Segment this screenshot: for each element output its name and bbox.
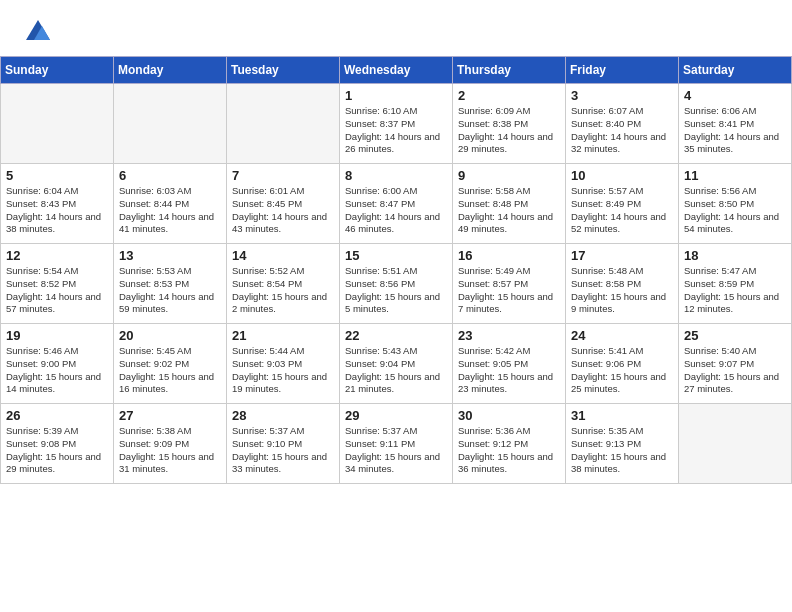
day-cell [1, 84, 114, 164]
day-cell [679, 404, 792, 484]
day-info: Sunrise: 6:03 AM Sunset: 8:44 PM Dayligh… [119, 185, 221, 236]
day-number: 8 [345, 168, 447, 183]
day-number: 5 [6, 168, 108, 183]
day-number: 21 [232, 328, 334, 343]
day-info: Sunrise: 5:44 AM Sunset: 9:03 PM Dayligh… [232, 345, 334, 396]
day-info: Sunrise: 5:45 AM Sunset: 9:02 PM Dayligh… [119, 345, 221, 396]
weekday-header-sunday: Sunday [1, 57, 114, 84]
day-number: 19 [6, 328, 108, 343]
day-info: Sunrise: 5:56 AM Sunset: 8:50 PM Dayligh… [684, 185, 786, 236]
week-row-5: 26Sunrise: 5:39 AM Sunset: 9:08 PM Dayli… [1, 404, 792, 484]
header [0, 0, 792, 56]
day-info: Sunrise: 6:07 AM Sunset: 8:40 PM Dayligh… [571, 105, 673, 156]
weekday-header-saturday: Saturday [679, 57, 792, 84]
day-number: 24 [571, 328, 673, 343]
day-cell: 6Sunrise: 6:03 AM Sunset: 8:44 PM Daylig… [114, 164, 227, 244]
day-cell: 1Sunrise: 6:10 AM Sunset: 8:37 PM Daylig… [340, 84, 453, 164]
day-number: 3 [571, 88, 673, 103]
day-number: 22 [345, 328, 447, 343]
day-cell: 3Sunrise: 6:07 AM Sunset: 8:40 PM Daylig… [566, 84, 679, 164]
weekday-header-wednesday: Wednesday [340, 57, 453, 84]
day-info: Sunrise: 5:36 AM Sunset: 9:12 PM Dayligh… [458, 425, 560, 476]
week-row-1: 1Sunrise: 6:10 AM Sunset: 8:37 PM Daylig… [1, 84, 792, 164]
day-cell: 14Sunrise: 5:52 AM Sunset: 8:54 PM Dayli… [227, 244, 340, 324]
day-cell: 21Sunrise: 5:44 AM Sunset: 9:03 PM Dayli… [227, 324, 340, 404]
calendar-table: SundayMondayTuesdayWednesdayThursdayFrid… [0, 56, 792, 484]
weekday-header-monday: Monday [114, 57, 227, 84]
day-cell: 19Sunrise: 5:46 AM Sunset: 9:00 PM Dayli… [1, 324, 114, 404]
day-cell: 27Sunrise: 5:38 AM Sunset: 9:09 PM Dayli… [114, 404, 227, 484]
day-info: Sunrise: 5:35 AM Sunset: 9:13 PM Dayligh… [571, 425, 673, 476]
day-info: Sunrise: 6:01 AM Sunset: 8:45 PM Dayligh… [232, 185, 334, 236]
day-cell: 13Sunrise: 5:53 AM Sunset: 8:53 PM Dayli… [114, 244, 227, 324]
day-info: Sunrise: 5:40 AM Sunset: 9:07 PM Dayligh… [684, 345, 786, 396]
day-info: Sunrise: 6:04 AM Sunset: 8:43 PM Dayligh… [6, 185, 108, 236]
day-cell: 29Sunrise: 5:37 AM Sunset: 9:11 PM Dayli… [340, 404, 453, 484]
week-row-3: 12Sunrise: 5:54 AM Sunset: 8:52 PM Dayli… [1, 244, 792, 324]
day-cell: 16Sunrise: 5:49 AM Sunset: 8:57 PM Dayli… [453, 244, 566, 324]
day-info: Sunrise: 6:00 AM Sunset: 8:47 PM Dayligh… [345, 185, 447, 236]
day-number: 29 [345, 408, 447, 423]
week-row-2: 5Sunrise: 6:04 AM Sunset: 8:43 PM Daylig… [1, 164, 792, 244]
day-number: 30 [458, 408, 560, 423]
day-cell: 31Sunrise: 5:35 AM Sunset: 9:13 PM Dayli… [566, 404, 679, 484]
day-info: Sunrise: 5:52 AM Sunset: 8:54 PM Dayligh… [232, 265, 334, 316]
day-cell: 24Sunrise: 5:41 AM Sunset: 9:06 PM Dayli… [566, 324, 679, 404]
day-info: Sunrise: 5:38 AM Sunset: 9:09 PM Dayligh… [119, 425, 221, 476]
day-info: Sunrise: 5:43 AM Sunset: 9:04 PM Dayligh… [345, 345, 447, 396]
day-cell: 18Sunrise: 5:47 AM Sunset: 8:59 PM Dayli… [679, 244, 792, 324]
day-info: Sunrise: 5:57 AM Sunset: 8:49 PM Dayligh… [571, 185, 673, 236]
day-number: 9 [458, 168, 560, 183]
day-number: 14 [232, 248, 334, 263]
day-cell [227, 84, 340, 164]
day-info: Sunrise: 5:39 AM Sunset: 9:08 PM Dayligh… [6, 425, 108, 476]
day-info: Sunrise: 5:47 AM Sunset: 8:59 PM Dayligh… [684, 265, 786, 316]
day-number: 28 [232, 408, 334, 423]
day-number: 27 [119, 408, 221, 423]
day-cell: 9Sunrise: 5:58 AM Sunset: 8:48 PM Daylig… [453, 164, 566, 244]
day-number: 11 [684, 168, 786, 183]
day-cell: 20Sunrise: 5:45 AM Sunset: 9:02 PM Dayli… [114, 324, 227, 404]
day-info: Sunrise: 5:58 AM Sunset: 8:48 PM Dayligh… [458, 185, 560, 236]
day-info: Sunrise: 6:06 AM Sunset: 8:41 PM Dayligh… [684, 105, 786, 156]
day-cell: 28Sunrise: 5:37 AM Sunset: 9:10 PM Dayli… [227, 404, 340, 484]
day-number: 20 [119, 328, 221, 343]
logo-icon [24, 18, 52, 46]
day-number: 1 [345, 88, 447, 103]
day-cell: 25Sunrise: 5:40 AM Sunset: 9:07 PM Dayli… [679, 324, 792, 404]
day-number: 12 [6, 248, 108, 263]
day-number: 17 [571, 248, 673, 263]
day-cell: 4Sunrise: 6:06 AM Sunset: 8:41 PM Daylig… [679, 84, 792, 164]
day-cell: 17Sunrise: 5:48 AM Sunset: 8:58 PM Dayli… [566, 244, 679, 324]
day-info: Sunrise: 5:54 AM Sunset: 8:52 PM Dayligh… [6, 265, 108, 316]
day-cell: 26Sunrise: 5:39 AM Sunset: 9:08 PM Dayli… [1, 404, 114, 484]
day-number: 15 [345, 248, 447, 263]
day-number: 25 [684, 328, 786, 343]
day-number: 26 [6, 408, 108, 423]
day-info: Sunrise: 6:10 AM Sunset: 8:37 PM Dayligh… [345, 105, 447, 156]
day-info: Sunrise: 5:41 AM Sunset: 9:06 PM Dayligh… [571, 345, 673, 396]
weekday-header-thursday: Thursday [453, 57, 566, 84]
day-number: 4 [684, 88, 786, 103]
weekday-header-row: SundayMondayTuesdayWednesdayThursdayFrid… [1, 57, 792, 84]
day-info: Sunrise: 5:48 AM Sunset: 8:58 PM Dayligh… [571, 265, 673, 316]
day-cell: 7Sunrise: 6:01 AM Sunset: 8:45 PM Daylig… [227, 164, 340, 244]
day-cell: 8Sunrise: 6:00 AM Sunset: 8:47 PM Daylig… [340, 164, 453, 244]
day-cell: 30Sunrise: 5:36 AM Sunset: 9:12 PM Dayli… [453, 404, 566, 484]
weekday-header-tuesday: Tuesday [227, 57, 340, 84]
day-info: Sunrise: 5:53 AM Sunset: 8:53 PM Dayligh… [119, 265, 221, 316]
day-number: 6 [119, 168, 221, 183]
day-number: 13 [119, 248, 221, 263]
day-number: 16 [458, 248, 560, 263]
day-info: Sunrise: 5:37 AM Sunset: 9:10 PM Dayligh… [232, 425, 334, 476]
day-info: Sunrise: 5:51 AM Sunset: 8:56 PM Dayligh… [345, 265, 447, 316]
day-cell [114, 84, 227, 164]
day-number: 10 [571, 168, 673, 183]
day-cell: 2Sunrise: 6:09 AM Sunset: 8:38 PM Daylig… [453, 84, 566, 164]
day-info: Sunrise: 5:37 AM Sunset: 9:11 PM Dayligh… [345, 425, 447, 476]
day-cell: 11Sunrise: 5:56 AM Sunset: 8:50 PM Dayli… [679, 164, 792, 244]
day-info: Sunrise: 5:49 AM Sunset: 8:57 PM Dayligh… [458, 265, 560, 316]
day-number: 2 [458, 88, 560, 103]
weekday-header-friday: Friday [566, 57, 679, 84]
day-cell: 15Sunrise: 5:51 AM Sunset: 8:56 PM Dayli… [340, 244, 453, 324]
